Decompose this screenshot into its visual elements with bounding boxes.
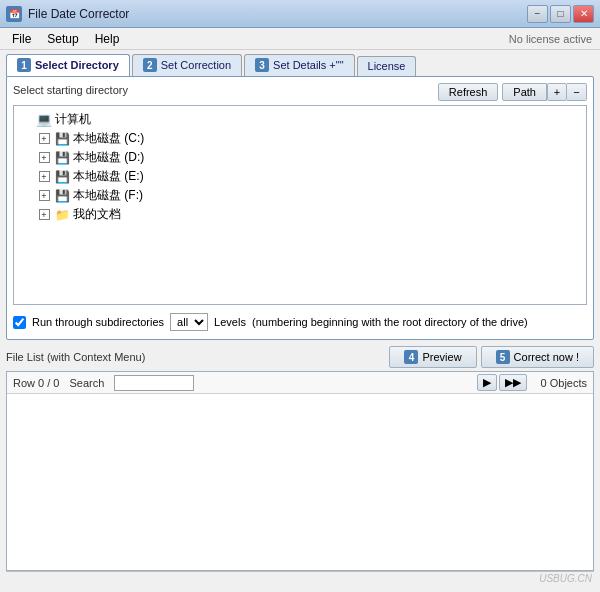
tree-item-label: 本地磁盘 (D:) (73, 149, 144, 166)
correct-btn-num: 5 (496, 350, 510, 364)
computer-icon: 💻 (35, 112, 53, 128)
tree-item-label: 本地磁盘 (C:) (73, 130, 144, 147)
disk-f-icon: 💾 (53, 188, 71, 204)
row-counter: Row 0 / 0 (13, 377, 59, 389)
maximize-button[interactable]: □ (550, 5, 571, 23)
tree-item-label: 本地磁盘 (E:) (73, 168, 144, 185)
tab-license[interactable]: License (357, 56, 417, 76)
menu-setup[interactable]: Setup (39, 30, 86, 48)
list-item[interactable]: + 💾 本地磁盘 (E:) (18, 167, 582, 186)
preview-correct-btns: 4 Preview 5 Correct now ! (389, 346, 594, 368)
tree-area: 💻 计算机 + 💾 本地磁盘 (C:) + 💾 本地磁盘 (D:) + 💾 本地… (13, 105, 587, 305)
correct-now-button[interactable]: 5 Correct now ! (481, 346, 594, 368)
menu-file[interactable]: File (4, 30, 39, 48)
refresh-button[interactable]: Refresh (438, 83, 499, 101)
tab-num-1: 1 (17, 58, 31, 72)
tree-expand-f[interactable]: + (36, 188, 52, 204)
list-item[interactable]: + 📁 我的文档 (18, 205, 582, 224)
path-remove-button[interactable]: − (567, 83, 587, 101)
tab-label-2: Set Correction (161, 59, 231, 71)
preview-btn-num: 4 (404, 350, 418, 364)
tab-label-3: Set Details +"" (273, 59, 343, 71)
panel: Select starting directory Refresh Path +… (6, 76, 594, 340)
subdir-checkbox[interactable] (13, 316, 26, 329)
levels-select[interactable]: all 1 2 3 4 5 (170, 313, 208, 331)
tree-expand (18, 112, 34, 128)
path-button[interactable]: Path (502, 83, 547, 101)
tree-expand-c[interactable]: + (36, 131, 52, 147)
file-list-table: Row 0 / 0 Search ▶ ▶▶ 0 Objects (6, 371, 594, 571)
license-status: No license active (509, 33, 596, 45)
main-container: 1 Select Directory 2 Set Correction 3 Se… (0, 50, 600, 592)
file-list-header: File List (with Context Menu) 4 Preview … (6, 346, 594, 368)
tree-header: Refresh Path + − (438, 83, 587, 101)
tabs-bar: 1 Select Directory 2 Set Correction 3 Se… (6, 54, 594, 76)
fast-forward-button[interactable]: ▶▶ (499, 374, 527, 391)
disk-e-icon: 💾 (53, 169, 71, 185)
list-item[interactable]: + 💾 本地磁盘 (F:) (18, 186, 582, 205)
list-item[interactable]: + 💾 本地磁盘 (C:) (18, 129, 582, 148)
subdir-row: Run through subdirectories all 1 2 3 4 5… (13, 309, 587, 333)
tab-label-1: Select Directory (35, 59, 119, 71)
preview-button[interactable]: 4 Preview (389, 346, 476, 368)
title-text: File Date Corrector (28, 7, 527, 21)
levels-label: Levels (numbering beginning with the roo… (214, 316, 528, 328)
preview-btn-label: Preview (422, 351, 461, 363)
nav-btns: ▶ ▶▶ (477, 374, 527, 391)
tree-expand-docs[interactable]: + (36, 207, 52, 223)
h-scroll-track[interactable] (6, 572, 594, 587)
list-item[interactable]: + 💾 本地磁盘 (D:) (18, 148, 582, 167)
file-list-label: File List (with Context Menu) (6, 351, 145, 363)
disk-c-icon: 💾 (53, 131, 71, 147)
tab-set-correction[interactable]: 2 Set Correction (132, 54, 242, 76)
title-icon: 📅 (6, 6, 22, 22)
tree-expand-d[interactable]: + (36, 150, 52, 166)
file-list-section: File List (with Context Menu) 4 Preview … (6, 346, 594, 587)
minimize-button[interactable]: − (527, 5, 548, 23)
tab-select-directory[interactable]: 1 Select Directory (6, 54, 130, 76)
tree-item-label: 计算机 (55, 111, 91, 128)
menu-help[interactable]: Help (87, 30, 128, 48)
title-bar: 📅 File Date Corrector − □ ✕ (0, 0, 600, 28)
close-button[interactable]: ✕ (573, 5, 594, 23)
tree-expand-e[interactable]: + (36, 169, 52, 185)
list-item[interactable]: 💻 计算机 (18, 110, 582, 129)
bottom-scrollbar[interactable] (6, 571, 594, 587)
search-label: Search (69, 377, 104, 389)
tab-num-3: 3 (255, 58, 269, 72)
file-list-body (7, 394, 593, 570)
correct-btn-label: Correct now ! (514, 351, 579, 363)
tab-label-license: License (368, 60, 406, 72)
folder-icon: 📁 (53, 207, 71, 223)
menu-items: File Setup Help (4, 30, 127, 48)
path-btn-group: Path + − (502, 83, 587, 101)
tab-num-2: 2 (143, 58, 157, 72)
play-button[interactable]: ▶ (477, 374, 497, 391)
objects-count: 0 Objects (541, 377, 587, 389)
panel-title: Select starting directory (13, 84, 128, 96)
disk-d-icon: 💾 (53, 150, 71, 166)
subdir-label[interactable]: Run through subdirectories (32, 316, 164, 328)
file-list-row-bar: Row 0 / 0 Search ▶ ▶▶ 0 Objects (7, 372, 593, 394)
title-controls: − □ ✕ (527, 5, 594, 23)
path-add-button[interactable]: + (547, 83, 567, 101)
tree-item-label: 本地磁盘 (F:) (73, 187, 143, 204)
menu-bar: File Setup Help No license active (0, 28, 600, 50)
tree-item-label: 我的文档 (73, 206, 121, 223)
tab-set-details[interactable]: 3 Set Details +"" (244, 54, 354, 76)
search-input[interactable] (114, 375, 194, 391)
